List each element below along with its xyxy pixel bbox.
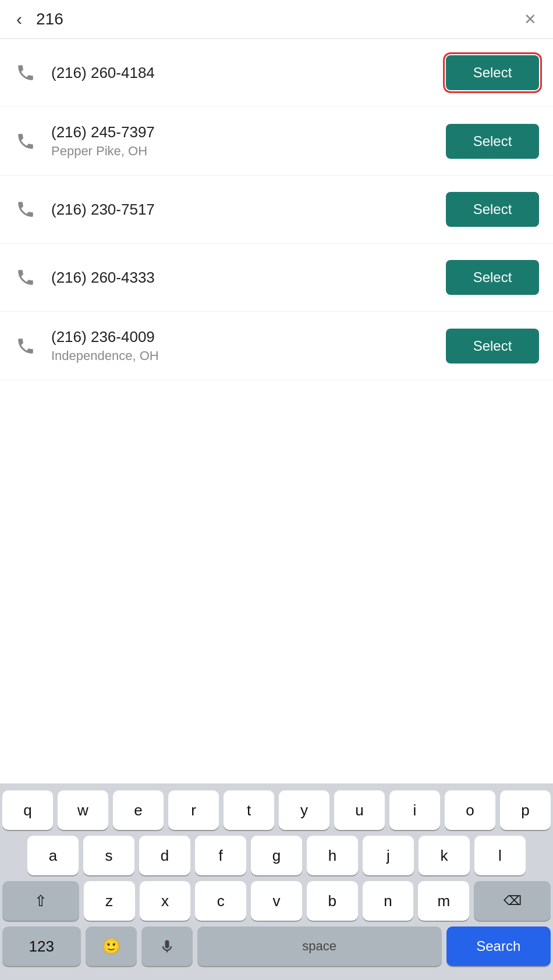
location-text: Independence, OH [51, 348, 432, 364]
select-button-3[interactable]: Select [446, 260, 539, 295]
phone-number: (216) 236-4009 [51, 328, 432, 346]
key-v[interactable]: v [251, 881, 302, 921]
result-item-2: (216) 230-7517Select [0, 176, 553, 244]
search-input[interactable] [36, 10, 510, 28]
keyboard-row-1: qwertyuiop [2, 790, 551, 830]
key-o[interactable]: o [445, 790, 495, 830]
key-h[interactable]: h [307, 836, 358, 875]
key-u[interactable]: u [334, 790, 385, 830]
key-t[interactable]: t [224, 790, 274, 830]
results-list: (216) 260-4184Select(216) 245-7397Pepper… [0, 39, 553, 783]
key-p[interactable]: p [500, 790, 551, 830]
search-bar: ‹ ✕ [0, 0, 553, 39]
search-key[interactable]: Search [446, 926, 551, 966]
keyboard-row-2: asdfghjkl [2, 836, 551, 875]
key-f[interactable]: f [195, 836, 246, 875]
phone-number: (216) 245-7397 [51, 123, 432, 141]
result-item-0: (216) 260-4184Select [0, 39, 553, 107]
select-button-4[interactable]: Select [446, 329, 539, 364]
key-a[interactable]: a [27, 836, 79, 875]
key-s[interactable]: s [83, 836, 134, 875]
number-info: (216) 230-7517 [51, 201, 432, 219]
key-m[interactable]: m [418, 881, 469, 921]
select-button-1[interactable]: Select [446, 124, 539, 159]
result-item-1: (216) 245-7397Pepper Pike, OHSelect [0, 107, 553, 176]
key-d[interactable]: d [139, 836, 190, 875]
key-j[interactable]: j [363, 836, 414, 875]
select-button-2[interactable]: Select [446, 192, 539, 227]
phone-number: (216) 260-4184 [51, 64, 432, 82]
emoji-key[interactable]: 🙂 [86, 926, 137, 966]
delete-key[interactable]: ⌫ [474, 881, 551, 921]
shift-key[interactable]: ⇧ [2, 881, 79, 921]
number-info: (216) 245-7397Pepper Pike, OH [51, 123, 432, 159]
phone-number: (216) 260-4333 [51, 269, 432, 287]
phone-number: (216) 230-7517 [51, 201, 432, 219]
mic-key[interactable] [141, 926, 193, 966]
keyboard-row-3: ⇧ zxcvbnm⌫ [2, 881, 551, 921]
location-text: Pepper Pike, OH [51, 144, 432, 159]
key-y[interactable]: y [279, 790, 329, 830]
number-info: (216) 260-4333 [51, 269, 432, 287]
number-info: (216) 236-4009Independence, OH [51, 328, 432, 364]
select-button-0[interactable]: Select [446, 55, 539, 90]
phone-icon [14, 63, 37, 83]
key-b[interactable]: b [307, 881, 358, 921]
key-e[interactable]: e [113, 790, 164, 830]
number-info: (216) 260-4184 [51, 64, 432, 82]
key-l[interactable]: l [474, 836, 526, 875]
key-x[interactable]: x [140, 881, 191, 921]
key-g[interactable]: g [251, 836, 302, 875]
key-z[interactable]: z [84, 881, 135, 921]
result-item-3: (216) 260-4333Select [0, 244, 553, 312]
phone-icon [14, 199, 37, 219]
key-r[interactable]: r [168, 790, 219, 830]
space-key[interactable]: space [197, 926, 442, 966]
phone-icon [14, 268, 37, 287]
key-c[interactable]: c [195, 881, 246, 921]
key-i[interactable]: i [389, 790, 440, 830]
key-n[interactable]: n [363, 881, 414, 921]
key-k[interactable]: k [419, 836, 470, 875]
result-item-4: (216) 236-4009Independence, OHSelect [0, 312, 553, 380]
back-button[interactable]: ‹ [12, 8, 27, 30]
key-w[interactable]: w [58, 790, 108, 830]
phone-icon [14, 336, 37, 356]
clear-button[interactable]: ✕ [519, 9, 541, 29]
key-q[interactable]: q [2, 790, 53, 830]
keyboard-bottom-row: 123 🙂 space Search [2, 926, 551, 975]
keyboard: qwertyuiop asdfghjkl ⇧ zxcvbnm⌫ 123 🙂 sp… [0, 783, 553, 980]
num-key[interactable]: 123 [2, 926, 81, 966]
phone-icon [14, 131, 37, 151]
